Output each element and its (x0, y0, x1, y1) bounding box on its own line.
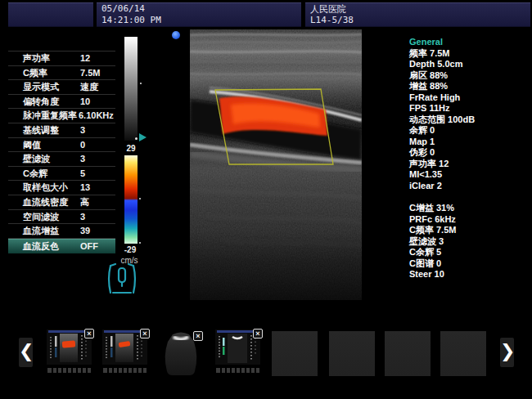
info-dynamic-range: 动态范围 100dB (409, 114, 532, 126)
date-text: 05/06/14 (97, 3, 301, 15)
thumbnail-next-button[interactable]: ❯ (500, 338, 514, 367)
info-wall-filter: 壁滤波 3 (409, 236, 532, 248)
body-marker-icon[interactable] (104, 262, 140, 301)
thumbnail-4[interactable]: × (215, 330, 260, 374)
active-image-indicator-icon (172, 31, 180, 39)
param-row-spatial-filter[interactable]: 空间滤波3 (8, 210, 115, 225)
info-map: Map 1 (409, 137, 532, 148)
thumbnail-1[interactable]: × (47, 330, 92, 374)
thumbnail-1-close-button[interactable]: × (84, 329, 94, 338)
focus-marker-icon (139, 133, 147, 141)
info-prfc: PRFc 6kHz (409, 214, 532, 226)
topbar-logo-segment (8, 2, 93, 27)
info-mi: MI<1.35 (409, 169, 532, 181)
thumbnail-2[interactable]: × (102, 330, 147, 374)
topbar-datetime-segment: 05/06/14 14:21:00 PM (97, 2, 301, 27)
param-row-c-persistence[interactable]: C余辉5 (8, 167, 115, 182)
info-chroma: 伪彩 0 (409, 147, 532, 159)
thumbnail-4-filmstrip (215, 367, 260, 374)
graybar-tick-dot (140, 83, 142, 84)
velocity-max-label: 29 (120, 144, 142, 153)
info-acoustic-power: 声功率 12 (409, 159, 532, 170)
param-row-flow-invert-selected[interactable]: 血流反色OFF (8, 239, 115, 253)
param-row-wall-filter[interactable]: 壁滤波3 (8, 152, 115, 167)
thumbnail-slot-empty-1 (272, 331, 318, 376)
param-row-packet-size[interactable]: 取样包大小13 (8, 181, 115, 195)
time-text: 14:21:00 PM (97, 15, 301, 26)
info-persistence: 余辉 0 (409, 125, 532, 137)
thumbnail-slot-empty-3 (385, 331, 431, 376)
velocity-min-label: -29 (119, 245, 141, 254)
info-iclear: iClear 2 (409, 181, 532, 192)
info-c-frequency: C频率 7.5M (409, 225, 532, 236)
param-row-prf[interactable]: 脉冲重复频率6.10KHz (8, 109, 115, 123)
thumbnail-prev-button[interactable]: ❮ (19, 338, 33, 367)
info-fps: FPS 11Hz (409, 103, 532, 114)
colorbar-baseline-dot (139, 198, 141, 200)
info-sector: 扇区 88% (409, 70, 532, 82)
thumbnail-2-close-button[interactable]: × (140, 329, 150, 338)
thumbnail-3[interactable]: × (157, 330, 205, 378)
image-info-panel: General 频率 7.5M Depth 5.0cm 扇区 88% 增益 88… (409, 37, 532, 280)
param-row-acoustic-power[interactable]: 声功率12 (8, 52, 115, 66)
thumbnail-3-close-button[interactable]: × (193, 331, 203, 341)
param-row-threshold[interactable]: 阈值0 (8, 138, 115, 153)
ultrasound-image[interactable] (190, 29, 362, 300)
info-steer: Steer 10 (409, 269, 532, 280)
hospital-name: 人民医院 (305, 3, 530, 15)
info-c-map: C图谱 0 (409, 258, 532, 270)
info-frequency: 频率 7.5M (409, 48, 532, 60)
focus-marker-dot (135, 137, 138, 140)
thumbnail-4-close-button[interactable]: × (253, 329, 263, 338)
probe-model: L14-5/38 (305, 15, 530, 26)
info-c-persistence: C余辉 5 (409, 247, 532, 258)
doppler-color-bar (124, 155, 138, 244)
thumbnail-slot-empty-4 (440, 331, 486, 376)
info-section-title: General (409, 37, 532, 48)
info-gain: 增益 88% (409, 81, 532, 92)
thumbnail-2-filmstrip (102, 367, 147, 374)
colorbar-bottom-dot (139, 242, 141, 244)
param-row-flow-gain[interactable]: 血流增益39 (8, 224, 115, 239)
gray-map-bar (124, 37, 138, 141)
thumbnail-slot-empty-2 (329, 331, 375, 376)
info-c-gain: C增益 31% (409, 203, 532, 214)
info-depth: Depth 5.0cm (409, 59, 532, 70)
param-row-display-mode[interactable]: 显示模式速度 (8, 80, 115, 95)
info-frame-rate: FrRate High (409, 92, 532, 104)
parameter-panel: 声功率12 C频率7.5M 显示模式速度 偏转角度10 脉冲重复频率6.10KH… (8, 51, 115, 253)
thumbnail-1-filmstrip (47, 367, 92, 374)
param-row-line-density[interactable]: 血流线密度高 (8, 195, 115, 210)
ultrasound-app-screen: 05/06/14 14:21:00 PM 人民医院 L14-5/38 声功率12… (0, 0, 532, 399)
param-row-baseline[interactable]: 基线调整3 (8, 123, 115, 138)
param-row-c-frequency[interactable]: C频率7.5M (8, 66, 115, 81)
param-row-steer-angle[interactable]: 偏转角度10 (8, 95, 115, 110)
topbar-hospital-segment: 人民医院 L14-5/38 (305, 2, 530, 27)
